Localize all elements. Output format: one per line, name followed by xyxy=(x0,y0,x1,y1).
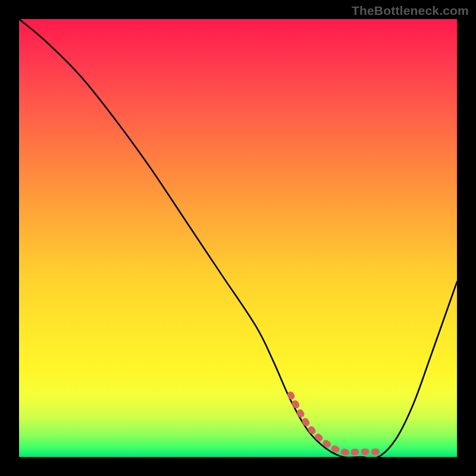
watermark-text: TheBottleneck.com xyxy=(352,4,469,18)
bottleneck-curve xyxy=(19,19,457,457)
chart-plot-area xyxy=(19,19,457,457)
chart-svg xyxy=(19,19,457,457)
chart-frame: TheBottleneck.com xyxy=(0,0,476,476)
plateau-marker xyxy=(290,394,378,452)
